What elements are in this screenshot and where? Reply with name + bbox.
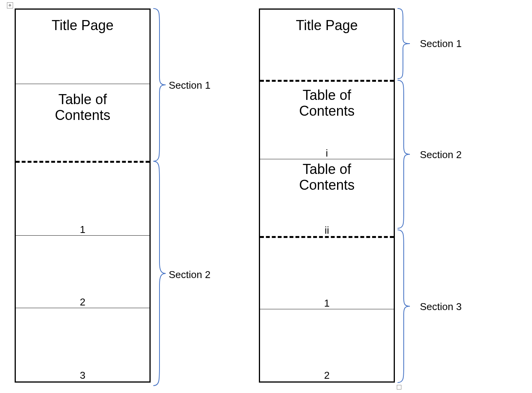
left-page-1-title: Title Page [16, 10, 149, 33]
right-page-2: Table of Contents i [260, 82, 394, 159]
diagram-stage: ✥ Title Page Table of Contents 1 2 3 Sec… [0, 0, 532, 393]
left-section-1-label: Section 1 [169, 79, 210, 91]
left-page-2-title: Table of Contents [16, 84, 149, 123]
left-page-3: 1 [16, 163, 149, 235]
left-brace-section-2 [153, 161, 166, 386]
left-page-4-number: 2 [16, 297, 149, 308]
right-brace-section-1 [397, 8, 411, 79]
right-page-3-number: ii [260, 225, 394, 236]
left-section-2-label: Section 2 [169, 269, 210, 281]
right-page-3-title: Table of Contents [260, 159, 394, 193]
right-page-1-title: Title Page [260, 10, 394, 33]
left-page-3-number: 1 [16, 224, 149, 235]
left-page-2: Table of Contents [16, 84, 149, 161]
left-page-5-number: 3 [16, 370, 149, 381]
right-section-2-label: Section 2 [420, 149, 462, 161]
move-handle-icon[interactable]: ✥ [7, 2, 13, 8]
right-section-3-label: Section 3 [420, 301, 462, 313]
right-section-1-label: Section 1 [420, 38, 462, 50]
resize-handle-icon[interactable] [397, 385, 401, 390]
right-page-4-number: 1 [260, 298, 394, 309]
left-page-4: 2 [16, 235, 149, 308]
left-page-1: Title Page [16, 10, 149, 84]
right-page-3: Table of Contents ii [260, 159, 394, 236]
right-brace-section-2 [397, 80, 411, 228]
right-page-1: Title Page [260, 10, 394, 80]
right-page-4: 1 [260, 238, 394, 309]
right-page-2-title: Table of Contents [260, 82, 394, 119]
right-page-5-number: 2 [260, 370, 394, 381]
right-page-5: 2 [260, 309, 394, 381]
left-document: Title Page Table of Contents 1 2 3 [15, 8, 151, 383]
right-document: Title Page Table of Contents i Table of … [259, 8, 395, 383]
right-page-2-number: i [260, 148, 394, 159]
left-brace-section-1 [153, 8, 166, 161]
right-brace-section-3 [397, 230, 411, 383]
left-page-5: 3 [16, 308, 149, 381]
